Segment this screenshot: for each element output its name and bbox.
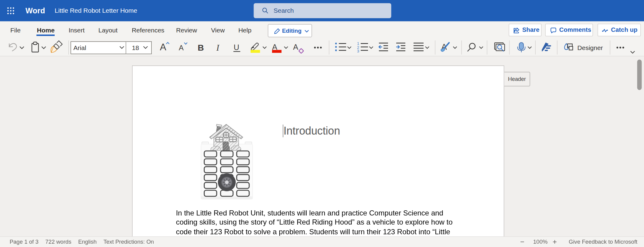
svg-text:A: A (160, 42, 166, 52)
svg-text:A: A (293, 43, 298, 51)
svg-text:B: B (198, 43, 204, 52)
svg-text:U: U (234, 43, 239, 52)
svg-text:I: I (216, 43, 220, 52)
svg-text:3: 3 (357, 49, 359, 53)
svg-text:A: A (179, 44, 184, 52)
